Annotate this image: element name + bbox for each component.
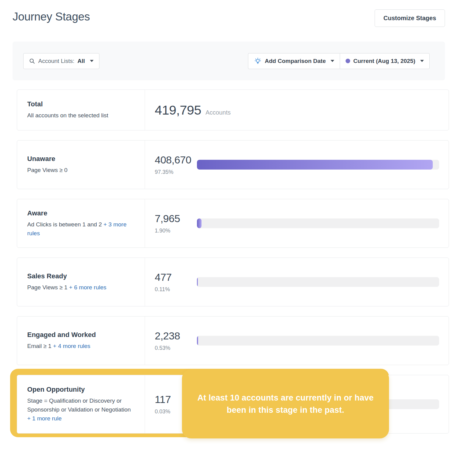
account-lists-dropdown[interactable]: Account Lists: All (23, 53, 99, 69)
stage-name: Engaged and Worked (27, 331, 145, 339)
stage-rules: Email ≥ 1 + 4 more rules (27, 342, 133, 350)
chevron-down-icon (90, 60, 94, 62)
stage-bar-area (197, 218, 439, 228)
total-accounts-value: 419,795 (155, 103, 201, 118)
stage-accounts-value: 2,238 (155, 330, 197, 342)
stage-card: Sales Ready Page Views ≥ 1 + 6 more rule… (17, 258, 449, 306)
stage-name: Unaware (27, 155, 145, 163)
customize-stages-button[interactable]: Customize Stages (375, 9, 445, 27)
stage-card: Unaware Page Views ≥ 0 408,670 97.35% (17, 140, 449, 189)
total-value-cell: 419,795 Accounts (145, 103, 449, 118)
progress-fill (197, 277, 198, 287)
account-lists-label: Account Lists: (38, 58, 74, 64)
stage-rule-text: Page Views ≥ 0 (27, 167, 68, 173)
stage-percent: 0.53% (155, 345, 197, 351)
total-row: Total All accounts on the selected list … (17, 90, 449, 130)
stage-bar-area (197, 277, 439, 287)
stage-tooltip: At least 10 accounts are currently in or… (182, 369, 389, 438)
progress-track (197, 336, 439, 346)
stage-label-cell: Open Opportunity Stage = Qualification o… (17, 375, 145, 433)
lightbulb-icon (254, 57, 262, 65)
current-date-label: Current (Aug 13, 2025) (353, 58, 415, 64)
stage-row: Open Opportunity Stage = Qualification o… (0, 375, 452, 434)
more-rules-link[interactable]: + 1 more rule (27, 415, 61, 422)
stage-rules: Ad Clicks is between 1 and 2 + 3 more ru… (27, 220, 133, 238)
stage-number-column: 2,238 0.53% (155, 330, 197, 351)
total-accounts-unit: Accounts (206, 109, 231, 116)
chevron-down-icon (331, 60, 334, 62)
progress-track (197, 218, 439, 228)
stage-rules: Page Views ≥ 1 + 6 more rules (27, 283, 133, 292)
stage-rule-text: Email ≥ 1 (27, 343, 51, 349)
stage-percent: 97.35% (155, 169, 197, 175)
stage-value-cell: 477 0.11% (145, 258, 449, 306)
stage-accounts-value: 7,965 (155, 213, 197, 225)
more-rules-link[interactable]: + 6 more rules (69, 284, 106, 291)
search-icon (29, 58, 35, 64)
stage-value-cell: 7,965 1.90% (145, 199, 449, 247)
stage-number-column: 408,670 97.35% (155, 154, 197, 175)
progress-track (197, 277, 439, 287)
stage-card: Aware Ad Clicks is between 1 and 2 + 3 m… (17, 199, 449, 248)
date-controls-group: Add Comparison Date Current (Aug 13, 202… (248, 53, 430, 69)
progress-fill (197, 336, 198, 346)
stage-row: Aware Ad Clicks is between 1 and 2 + 3 m… (0, 199, 452, 248)
chevron-down-icon (420, 60, 424, 62)
top-bar: Journey Stages Customize Stages (0, 0, 452, 31)
progress-fill (197, 218, 202, 228)
stage-number-column: 477 0.11% (155, 271, 197, 293)
stage-tooltip-text: At least 10 accounts are currently in or… (192, 392, 379, 416)
progress-track (197, 160, 439, 170)
stage-label-cell: Engaged and Worked Email ≥ 1 + 4 more ru… (17, 317, 145, 365)
account-lists-value: All (77, 58, 85, 64)
stage-bar-area (197, 336, 439, 346)
total-title: Total (27, 100, 145, 108)
add-comparison-date-dropdown[interactable]: Add Comparison Date (248, 53, 340, 69)
stage-percent: 1.90% (155, 228, 197, 234)
total-label-cell: Total All accounts on the selected list (17, 90, 145, 130)
stage-bar-area (197, 160, 439, 170)
filter-bar: Account Lists: All (13, 42, 445, 80)
stage-name: Aware (27, 209, 145, 217)
current-date-dropdown[interactable]: Current (Aug 13, 2025) (340, 53, 430, 69)
stage-rule-text: Ad Clicks is between 1 and 2 (27, 221, 102, 228)
stage-label-cell: Sales Ready Page Views ≥ 1 + 6 more rule… (17, 258, 145, 306)
stage-name: Sales Ready (27, 272, 145, 280)
more-rules-link[interactable]: + 4 more rules (53, 343, 90, 349)
stages-list: Unaware Page Views ≥ 0 408,670 97.35% (0, 140, 452, 434)
stage-rules: Stage = Qualification or Discovery or Sp… (27, 396, 133, 423)
stage-accounts-value: 408,670 (155, 154, 197, 166)
stage-rules: Page Views ≥ 0 (27, 166, 133, 174)
stage-accounts-value: 477 (155, 271, 197, 283)
stage-rule-text: Page Views ≥ 1 (27, 284, 68, 291)
journey-stages-page: Journey Stages Customize Stages Account … (0, 0, 452, 476)
stage-row: Sales Ready Page Views ≥ 1 + 6 more rule… (0, 258, 452, 306)
total-description: All accounts on the selected list (27, 111, 133, 120)
stage-row: Unaware Page Views ≥ 0 408,670 97.35% (0, 140, 452, 189)
stage-number-column: 7,965 1.90% (155, 213, 197, 234)
stage-row: Engaged and Worked Email ≥ 1 + 4 more ru… (0, 316, 452, 365)
current-date-dot (346, 59, 350, 63)
add-comparison-date-label: Add Comparison Date (265, 58, 326, 64)
stage-name: Open Opportunity (27, 386, 145, 394)
stage-label-cell: Unaware Page Views ≥ 0 (17, 141, 145, 189)
stage-value-cell: 2,238 0.53% (145, 317, 449, 365)
stage-value-cell: 408,670 97.35% (145, 141, 449, 189)
progress-fill (197, 160, 433, 170)
stage-card: Engaged and Worked Email ≥ 1 + 4 more ru… (17, 316, 449, 365)
stage-percent: 0.11% (155, 286, 197, 293)
stage-rule-text: Stage = Qualification or Discovery or Sp… (27, 397, 131, 413)
stage-label-cell: Aware Ad Clicks is between 1 and 2 + 3 m… (17, 199, 145, 247)
